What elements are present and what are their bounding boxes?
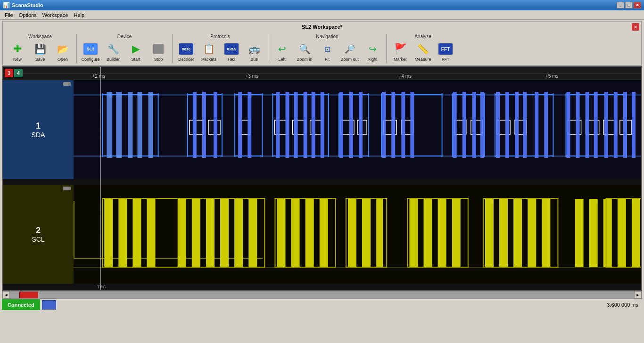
horizontal-scrollbar[interactable]: ◄ ► [2, 291, 642, 299]
channel-1-handle[interactable] [63, 82, 71, 86]
app-title: ScanaStudio [12, 2, 43, 8]
svg-rect-77 [391, 92, 395, 158]
svg-rect-27 [452, 94, 485, 95]
svg-rect-108 [234, 199, 243, 267]
svg-rect-117 [320, 199, 328, 267]
left-label: Left [278, 57, 285, 62]
minimize-button[interactable]: _ [617, 2, 624, 8]
svg-rect-88 [535, 92, 538, 158]
svg-rect-80 [453, 92, 457, 158]
workspace-close-button[interactable]: ✕ [632, 23, 639, 31]
svg-rect-43 [149, 92, 153, 158]
toolbar-group-workspace-label: Workspace [28, 34, 52, 39]
channel-1-waveform [74, 80, 641, 179]
menu-file[interactable]: File [2, 11, 16, 19]
sep4 [386, 34, 387, 63]
menu-help[interactable]: Help [71, 11, 87, 19]
badge-4[interactable]: 4 [14, 69, 23, 77]
sep3 [268, 34, 268, 63]
stop-label: Stop [154, 57, 163, 62]
menu-workspace[interactable]: Workspace [40, 11, 71, 19]
svg-rect-18 [328, 93, 329, 157]
toolbar-save-button[interactable]: 💾 Save [29, 40, 51, 63]
open-label: Open [58, 57, 68, 62]
svg-rect-107 [220, 199, 229, 267]
svg-rect-81 [462, 92, 466, 158]
status-bar: Connected 3.600 000 ms [2, 299, 642, 310]
save-icon: 💾 [33, 41, 48, 57]
scroll-thumb[interactable] [19, 292, 38, 298]
svg-rect-103 [147, 199, 156, 267]
restore-button[interactable]: □ [625, 2, 633, 8]
toolbar-configure-button[interactable]: SL2 Configure [80, 40, 101, 63]
svg-rect-111 [102, 198, 103, 268]
svg-rect-68 [285, 92, 289, 158]
hex-label: Hex [228, 57, 235, 62]
badge-3[interactable]: 3 [5, 69, 13, 77]
svg-rect-147 [589, 199, 598, 267]
toolbar-measure-button[interactable]: 📏 Measure [412, 40, 434, 63]
toolbar-builder-button[interactable]: 🔧 Builder [102, 40, 124, 63]
toolbar-new-button[interactable]: ✚ New [7, 40, 28, 63]
toolbar-packets-button[interactable]: 📋 Packets [198, 40, 220, 63]
close-button[interactable]: ✕ [634, 2, 641, 8]
scroll-left-button[interactable]: ◄ [2, 291, 10, 299]
svg-rect-130 [423, 199, 432, 267]
toolbar-bus-button[interactable]: 🚌 Bus [243, 40, 265, 63]
svg-rect-118 [274, 198, 336, 199]
toolbar-open-button[interactable]: 📂 Open [52, 40, 74, 63]
scroll-right-button[interactable]: ► [634, 291, 642, 299]
svg-rect-26 [442, 93, 443, 157]
svg-rect-100 [104, 199, 113, 267]
toolbar-hex-button[interactable]: 0x5A Hex [221, 40, 242, 63]
svg-rect-12 [234, 93, 235, 157]
configure-icon: SL2 [83, 41, 98, 57]
channel-2-handle[interactable] [63, 187, 71, 190]
channel-1-label: 1 SDA [3, 80, 74, 179]
svg-rect-79 [410, 92, 414, 158]
toolbar-fit-button[interactable]: ⊡ Fit [316, 40, 338, 63]
toolbar-left-button[interactable]: ↩ Left [271, 40, 293, 63]
app-icon: 📊 [3, 2, 10, 8]
toolbar-navigation-buttons: ↩ Left 🔍 Zoom in ⊡ Fit 🔎 Zoom out ↪ Righ… [271, 40, 383, 63]
svg-rect-72 [321, 92, 324, 158]
sep2 [172, 34, 173, 63]
waveform-area[interactable]: 3 4 +2 ms +3 ms +4 ms +5 ms 1 SDA [2, 66, 642, 291]
svg-rect-6 [158, 93, 159, 157]
toolbar-device-buttons: SL2 Configure 🔧 Builder ▶ Start Stop [80, 40, 169, 63]
toolbar-workspace-buttons: ✚ New 💾 Save 📂 Open [7, 40, 74, 63]
toolbar-right-button[interactable]: ↪ Right [362, 40, 383, 63]
svg-rect-69 [294, 92, 298, 158]
svg-rect-125 [346, 198, 387, 199]
toolbar-marker-button[interactable]: 🚩 Marker [389, 40, 411, 63]
svg-rect-128 [386, 198, 387, 268]
svg-rect-132 [452, 199, 461, 267]
decoder-icon: 0010 [179, 41, 194, 57]
svg-rect-66 [248, 92, 251, 158]
toolbar-group-navigation: Navigation ↩ Left 🔍 Zoom in ⊡ Fit 🔎 Zoom… [271, 34, 383, 63]
toolbar-decoder-button[interactable]: 0010 Decoder [175, 40, 197, 63]
svg-rect-149 [618, 199, 626, 267]
svg-rect-22 [368, 93, 369, 157]
toolbar-zoomout-button[interactable]: 🔎 Zoom out [339, 40, 361, 63]
svg-rect-89 [544, 92, 548, 158]
fit-label: Fit [325, 57, 330, 62]
svg-rect-93 [594, 92, 598, 158]
svg-rect-143 [483, 198, 484, 268]
svg-rect-91 [576, 92, 580, 158]
toolbar-start-button[interactable]: ▶ Start [125, 40, 147, 63]
svg-rect-106 [206, 199, 215, 267]
toolbar-group-device-label: Device [117, 34, 132, 39]
toolbar-group-navigation-label: Navigation [316, 34, 338, 39]
svg-rect-78 [401, 92, 405, 158]
scroll-track[interactable] [10, 292, 634, 298]
toolbar-fft-button[interactable]: FFT FFT [435, 40, 456, 63]
menu-options[interactable]: Options [16, 11, 40, 19]
packets-label: Packets [201, 57, 216, 62]
toolbar-zoomin-button[interactable]: 🔍 Zoom in [294, 40, 315, 63]
svg-rect-8 [187, 93, 188, 157]
new-icon: ✚ [10, 41, 25, 57]
builder-icon: 🔧 [106, 41, 121, 57]
toolbar-stop-button[interactable]: Stop [148, 40, 169, 63]
cursor-line [100, 67, 101, 290]
